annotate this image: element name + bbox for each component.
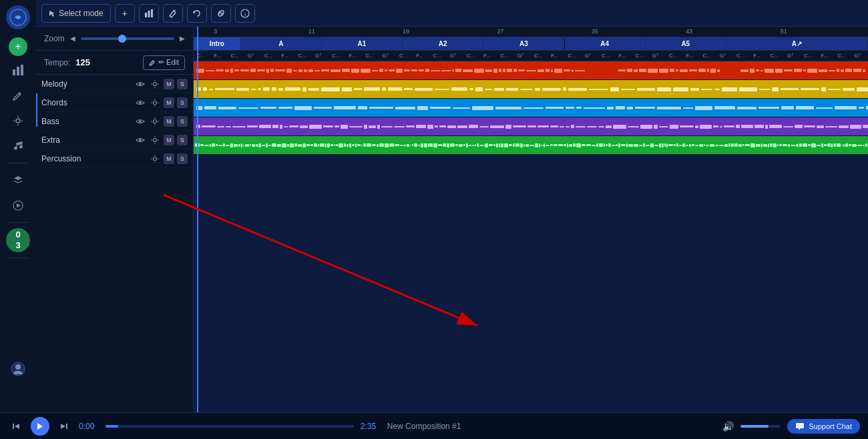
undo-icon	[192, 9, 202, 18]
percussion-mute-button[interactable]: M	[164, 153, 174, 164]
sidebar: + 0 3	[0, 0, 36, 439]
percussion-label: Percussion	[41, 154, 146, 163]
sidebar-separator	[8, 163, 28, 163]
melody-mute-button[interactable]: M	[164, 79, 174, 89]
edit-button[interactable]: ✏ Edit	[143, 55, 185, 70]
sidebar-separator-3	[8, 258, 28, 258]
sidebar-item-music[interactable]	[7, 135, 29, 157]
sidebar-item-layers[interactable]	[7, 169, 29, 191]
chord-bar: C... F... C... G⁷ C... F... C... G⁷ C...…	[194, 51, 868, 61]
volume-fill	[740, 425, 769, 428]
percussion-settings-icon[interactable]	[149, 153, 161, 165]
section-A[interactable]: A	[241, 37, 322, 50]
svg-point-24	[154, 82, 157, 85]
bar-num-51: 51	[781, 28, 787, 35]
extra-visibility-toggle[interactable]	[134, 134, 146, 146]
play-button[interactable]	[31, 417, 49, 436]
svg-rect-16	[145, 13, 147, 17]
percussion-lane[interactable]	[194, 136, 868, 155]
section-A-end[interactable]: A↗	[726, 37, 868, 50]
link-icon	[216, 9, 226, 18]
melody-visibility-toggle[interactable]	[134, 78, 146, 90]
volume-icon[interactable]: 🔊	[722, 421, 734, 432]
melody-lane[interactable]	[194, 61, 868, 80]
prev-button[interactable]	[8, 418, 24, 434]
section-intro[interactable]: Intro	[194, 37, 241, 50]
zoom-right-arrow[interactable]: ▶	[180, 35, 185, 42]
track-extra-row: Extra M S	[36, 131, 193, 149]
support-chat-button[interactable]: Support Chat	[787, 419, 860, 434]
extra-lane[interactable]	[194, 117, 868, 136]
undo-button[interactable]	[187, 4, 207, 23]
percussion-solo-button[interactable]: S	[177, 153, 188, 164]
app-logo[interactable]	[6, 5, 30, 29]
svg-rect-37	[66, 424, 67, 429]
sidebar-item-edit[interactable]	[7, 84, 29, 107]
info-button[interactable]: i	[235, 4, 255, 23]
svg-line-19	[174, 10, 176, 11]
svg-point-28	[154, 119, 157, 123]
progress-bar[interactable]	[105, 425, 354, 428]
sidebar-counter: 0 3	[6, 228, 30, 252]
select-mode-button[interactable]: Select mode	[41, 4, 111, 23]
sidebar-item-chart[interactable]	[7, 59, 29, 81]
section-A3[interactable]: A3	[483, 37, 564, 50]
sidebar-item-add[interactable]: +	[9, 37, 27, 56]
bass-settings-icon[interactable]	[149, 115, 161, 127]
svg-point-29	[139, 139, 142, 141]
zoom-left-arrow[interactable]: ◀	[70, 35, 75, 42]
bar-num-27: 27	[497, 28, 504, 35]
bar-chart-icon	[144, 9, 154, 18]
extra-mute-button[interactable]: M	[164, 135, 174, 145]
playhead	[197, 27, 198, 414]
progress-fill	[105, 425, 118, 428]
tempo-value[interactable]: 125	[75, 57, 90, 67]
bass-lane[interactable]	[194, 99, 868, 117]
chords-visibility-toggle[interactable]	[134, 97, 146, 109]
volume-slider[interactable]	[740, 425, 781, 428]
svg-point-30	[154, 138, 157, 141]
cursor-icon	[49, 10, 55, 17]
pencil-icon	[149, 59, 156, 66]
zoom-row: Zoom ◀ ▶	[36, 27, 193, 51]
chords-solo-button[interactable]: S	[177, 97, 188, 108]
extra-solo-button[interactable]: S	[177, 135, 188, 145]
tempo-row: Tempo: 125 ✏ Edit	[36, 51, 193, 75]
section-A5[interactable]: A5	[646, 37, 726, 50]
svg-point-25	[139, 101, 142, 104]
melody-settings-icon[interactable]	[149, 78, 161, 90]
bar-num-35: 35	[592, 28, 598, 35]
playhead-left-indicator	[36, 93, 37, 127]
sidebar-item-user[interactable]	[7, 358, 29, 380]
section-A4[interactable]: A4	[565, 37, 646, 50]
chords-lane[interactable]	[194, 80, 868, 99]
melody-solo-button[interactable]: S	[177, 79, 188, 89]
select-mode-label: Select mode	[59, 9, 103, 18]
bar-chart-button[interactable]	[139, 4, 159, 23]
bar-num-3: 3	[214, 28, 217, 35]
sidebar-item-play[interactable]	[7, 194, 29, 217]
pen-tool-button[interactable]	[163, 4, 183, 23]
zoom-label: Zoom	[44, 34, 65, 43]
zoom-slider[interactable]	[81, 37, 174, 40]
section-A2[interactable]: A2	[403, 37, 483, 50]
sidebar-item-settings[interactable]	[7, 109, 29, 132]
track-panel: Zoom ◀ ▶ Tempo: 125 ✏ Edit Melody M S Ch…	[36, 27, 194, 414]
add-button[interactable]: +	[115, 4, 135, 23]
bass-mute-button[interactable]: M	[164, 116, 174, 127]
bar-numbers-bar: 3 11 19 27 35 43 51	[194, 27, 868, 37]
svg-rect-1	[13, 69, 15, 75]
chat-icon	[795, 422, 805, 431]
chords-mute-button[interactable]: M	[164, 97, 174, 108]
counter-bottom: 3	[15, 240, 20, 251]
bass-solo-button[interactable]: S	[177, 116, 188, 127]
track-chords-row: Chords M S	[36, 93, 193, 112]
section-A1[interactable]: A1	[322, 37, 403, 50]
zoom-thumb	[118, 35, 126, 43]
chords-settings-icon[interactable]	[149, 97, 161, 109]
melody-gap-1	[585, 63, 619, 77]
bass-visibility-toggle[interactable]	[134, 115, 146, 127]
link-button[interactable]	[211, 4, 231, 23]
next-button[interactable]	[56, 418, 72, 434]
extra-settings-icon[interactable]	[149, 134, 161, 146]
